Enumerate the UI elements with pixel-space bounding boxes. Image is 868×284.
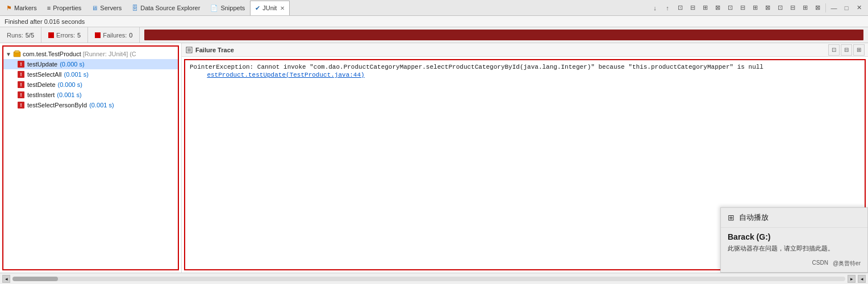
test-time-4: (0.001 s) (89, 102, 114, 108)
trace-indent (190, 72, 205, 78)
test-root-label: com.test.TestProduct (23, 51, 81, 57)
errors-value: 5 (77, 32, 81, 39)
popup-footer: CSDN @奥普特er (721, 257, 867, 272)
trace-text-0: PointerException: Cannot invoke "com.dao… (190, 64, 763, 70)
tab-properties-label: Properties (53, 5, 81, 11)
junit-icon: ✔ (255, 5, 260, 12)
test-name-0: testUpdate (27, 61, 57, 68)
toolbar-minimize-btn[interactable]: — (828, 2, 840, 14)
scroll-track[interactable] (12, 277, 845, 281)
datasource-icon: 🗄 (132, 5, 138, 11)
tab-bar: ⚑ Markers ≡ Properties 🖥 Servers 🗄 Data … (0, 0, 868, 16)
toolbar-btn7[interactable]: ⊞ (749, 2, 761, 14)
toolbar-btn5[interactable]: ⊡ (724, 2, 736, 14)
failure-btn-3[interactable]: ⊞ (853, 44, 865, 56)
svg-text:!: ! (20, 102, 22, 108)
toolbar-close-btn[interactable]: ✕ (853, 2, 865, 14)
run-stats-bar: Runs: 5/5 Errors: 5 Failures: 0 (0, 27, 868, 43)
test-name-2: testDelete (27, 81, 56, 88)
toolbar-separator (825, 3, 826, 12)
status-text: Finished after 0.016 seconds (5, 18, 85, 25)
test-tree: ▼ com.test.TestProduct [Runner: JUnit4] … (2, 45, 179, 270)
svg-text:!: ! (20, 92, 22, 98)
bottom-bar: ◂ ▸ ◂ (0, 273, 868, 284)
test-item-4[interactable]: ! testSelectPersonById (0.001 s) (3, 100, 178, 110)
popup-title: 自动播放 (739, 212, 769, 223)
test-item-2[interactable]: ! testDelete (0.000 s) (3, 80, 178, 90)
trace-link-0[interactable]: estProduct.testUpdate(TestProduct.java:4… (207, 72, 364, 78)
runs-value: 5/5 (26, 32, 34, 39)
toolbar-up-btn[interactable]: ↑ (662, 2, 673, 14)
errors-label: Errors: (56, 32, 75, 39)
test-name-4: testSelectPersonById (27, 102, 87, 108)
svg-rect-1 (15, 51, 19, 53)
failures-value: 0 (129, 32, 132, 39)
package-icon (13, 50, 21, 58)
test-item-3[interactable]: ! testInstert (0.001 s) (3, 90, 178, 100)
tree-expand-icon[interactable]: ▼ (6, 51, 11, 57)
tab-close-icon[interactable]: ✕ (280, 5, 285, 11)
popup-description: 此驱动器存在问题，请立即扫描此题。 (728, 244, 861, 253)
test-fail-icon-2: ! (17, 81, 25, 89)
svg-text:!: ! (20, 82, 22, 87)
test-root-item[interactable]: ▼ com.test.TestProduct [Runner: JUnit4] … (3, 49, 178, 59)
tab-datasource-label: Data Source Explorer (140, 5, 200, 11)
popup-footer-left: CSDN (812, 260, 828, 268)
trace-line-1: estProduct.testUpdate(TestProduct.java:4… (190, 72, 860, 78)
toolbar-btn4[interactable]: ⊠ (712, 2, 723, 14)
test-fail-icon-1: ! (17, 70, 25, 78)
toolbar-btn8[interactable]: ⊠ (762, 2, 773, 14)
scroll-right-btn-2[interactable]: ◂ (858, 275, 866, 283)
toolbar-btn9[interactable]: ⊡ (774, 2, 786, 14)
failure-header: Failure Trace ⊡ ⊟ ⊞ (182, 43, 868, 57)
test-item-0[interactable]: ! testUpdate (0.000 s) (3, 59, 178, 69)
toolbar-right: ↓ ↑ ⊡ ⊟ ⊞ ⊠ ⊡ ⊟ ⊞ ⊠ ⊡ ⊟ ⊞ ⊠ — □ ✕ (649, 2, 867, 14)
tab-junit-label: JUnit (262, 5, 277, 11)
test-name-1: testSelectAll (27, 71, 62, 78)
runner-label: [Runner: JUnit4] (83, 51, 128, 57)
popup-drive-label: Barack (G:) (728, 232, 861, 241)
toolbar-maximize-btn[interactable]: □ (841, 2, 852, 14)
toolbar-btn10[interactable]: ⊟ (787, 2, 798, 14)
popup-footer-right: @奥普特er (833, 260, 861, 268)
test-fail-icon-4: ! (17, 101, 25, 109)
runs-stat: Runs: 5/5 (0, 27, 41, 43)
popup-header: ⊞ 自动播放 (721, 208, 867, 228)
scroll-left-btn[interactable]: ◂ (2, 275, 10, 283)
failure-header-buttons: ⊡ ⊟ ⊞ (828, 44, 865, 56)
test-time-0: (0.000 s) (60, 61, 84, 68)
status-bar: Finished after 0.016 seconds (0, 16, 868, 27)
svg-text:!: ! (20, 72, 22, 77)
test-fail-icon-0: ! (17, 60, 25, 68)
tab-junit[interactable]: ✔ JUnit ✕ (250, 1, 290, 15)
toolbar-btn6[interactable]: ⊟ (737, 2, 748, 14)
failure-btn-1[interactable]: ⊡ (828, 44, 840, 56)
tab-servers-label: Servers (100, 5, 122, 11)
tab-snippets[interactable]: 📄 Snippets (205, 1, 250, 15)
toolbar-btn11[interactable]: ⊞ (799, 2, 811, 14)
tab-datasource[interactable]: 🗄 Data Source Explorer (127, 1, 205, 15)
popup-overlay: ⊞ 自动播放 Barack (G:) 此驱动器存在问题，请立即扫描此题。 CSD… (720, 207, 868, 273)
failure-header-label: Failure Trace (195, 47, 234, 53)
tab-servers[interactable]: 🖥 Servers (86, 1, 127, 15)
runner-suffix: (C (130, 51, 136, 57)
failure-btn-2[interactable]: ⊟ (841, 44, 852, 56)
scroll-thumb[interactable] (12, 277, 58, 281)
tab-properties[interactable]: ≡ Properties (42, 1, 87, 15)
test-time-2: (0.000 s) (58, 81, 82, 88)
test-item-1[interactable]: ! testSelectAll (0.001 s) (3, 69, 178, 80)
toolbar-down-btn[interactable]: ↓ (649, 2, 661, 14)
left-panel: ▼ com.test.TestProduct [Runner: JUnit4] … (0, 43, 182, 273)
tab-markers-label: Markers (14, 5, 37, 11)
errors-stat: Errors: 5 (41, 27, 88, 43)
toolbar-btn2[interactable]: ⊟ (687, 2, 698, 14)
toolbar-btn3[interactable]: ⊞ (699, 2, 711, 14)
error-icon (48, 32, 54, 38)
tab-markers[interactable]: ⚑ Markers (1, 1, 42, 15)
popup-grid-icon: ⊞ (728, 213, 735, 222)
servers-icon: 🖥 (91, 5, 98, 11)
toolbar-btn12[interactable]: ⊠ (812, 2, 823, 14)
scroll-right-btn-1[interactable]: ▸ (848, 275, 856, 283)
toolbar-btn1[interactable]: ⊡ (674, 2, 686, 14)
test-time-3: (0.001 s) (57, 91, 81, 98)
